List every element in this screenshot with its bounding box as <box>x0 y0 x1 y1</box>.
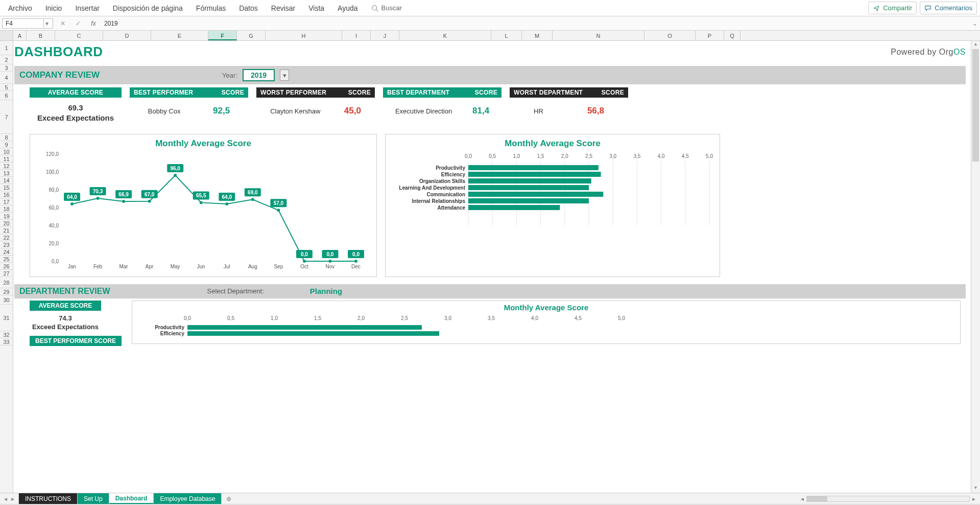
col-header-F[interactable]: F <box>208 31 237 40</box>
row-header-12[interactable]: 12 <box>0 163 13 170</box>
menu-archivo[interactable]: Archivo <box>3 1 37 15</box>
selected-dept[interactable]: Planning <box>310 287 342 295</box>
row-header-16[interactable]: 16 <box>0 191 13 198</box>
tab-instructions[interactable]: INSTRUCTIONS <box>19 493 78 504</box>
row-header-15[interactable]: 15 <box>0 184 13 191</box>
hscroll-thumb[interactable] <box>807 496 827 501</box>
add-sheet-button[interactable]: ⊕ <box>222 493 236 504</box>
menu-revisar[interactable]: Revisar <box>266 1 300 15</box>
horizontal-scrollbar[interactable]: ◂ ▸ <box>796 493 980 504</box>
svg-text:Productivity: Productivity <box>155 325 184 330</box>
chart-title: Monthly Average Score <box>392 139 713 149</box>
menu-insertar[interactable]: Insertar <box>70 1 104 15</box>
menu-disposicion[interactable]: Disposición de página <box>108 1 188 15</box>
row-header-17[interactable]: 17 <box>0 198 13 205</box>
tab-set-up[interactable]: Set Up <box>78 493 109 504</box>
formula-input[interactable]: 2019 <box>101 19 970 28</box>
best-performer-score: 92,5 <box>213 106 230 116</box>
fx-icon[interactable]: fx <box>86 20 101 27</box>
menu-vista[interactable]: Vista <box>303 1 329 15</box>
tab-dashboard[interactable]: Dashboard <box>109 493 154 504</box>
row-header-11[interactable]: 11 <box>0 155 13 163</box>
col-header-B[interactable]: B <box>27 31 55 40</box>
menu-datos[interactable]: Datos <box>234 1 263 15</box>
col-header-O[interactable]: O <box>644 31 696 40</box>
col-header-H[interactable]: H <box>266 31 342 40</box>
row-header-8[interactable]: 8 <box>0 134 13 141</box>
row-header-10[interactable]: 10 <box>0 148 13 155</box>
col-header-L[interactable]: L <box>491 31 522 40</box>
search-box[interactable]: Buscar <box>366 4 402 12</box>
row-header-31[interactable]: 31 <box>0 305 13 331</box>
row-header-25[interactable]: 25 <box>0 256 13 263</box>
row-header-32[interactable]: 32 <box>0 331 13 338</box>
col-header-P[interactable]: P <box>696 31 724 40</box>
col-header-Q[interactable]: Q <box>724 31 740 40</box>
svg-text:Attendance: Attendance <box>438 205 466 211</box>
sheet-canvas[interactable]: DASHBOARD Powered by OrgOS COMPANY REVIE… <box>13 41 971 493</box>
svg-text:57,0: 57,0 <box>274 200 284 206</box>
col-header-M[interactable]: M <box>522 31 553 40</box>
scroll-down-icon[interactable]: ▾ <box>971 485 980 493</box>
row-header-26[interactable]: 26 <box>0 263 13 270</box>
cancel-icon[interactable]: ✕ <box>55 20 70 27</box>
svg-text:67,0: 67,0 <box>145 191 155 197</box>
dept-review-title: DEPARTMENT REVIEW <box>19 287 110 296</box>
svg-rect-87 <box>468 192 603 197</box>
row-header-22[interactable]: 22 <box>0 234 13 241</box>
svg-text:2,0: 2,0 <box>357 315 365 321</box>
col-header-K[interactable]: K <box>399 31 491 40</box>
scroll-right-icon[interactable]: ▸ <box>970 495 978 502</box>
select-all-corner[interactable] <box>0 31 13 40</box>
share-button[interactable]: Compartir <box>868 2 917 14</box>
row-header-1[interactable]: 1 <box>0 41 13 55</box>
row-header-28[interactable]: 28 <box>0 277 13 288</box>
row-header-27[interactable]: 27 <box>0 270 13 277</box>
row-header-33[interactable]: 33 <box>0 338 13 346</box>
menu-ayuda[interactable]: Ayuda <box>332 1 363 15</box>
col-header-A[interactable]: A <box>13 31 27 40</box>
row-header-24[interactable]: 24 <box>0 248 13 256</box>
year-value[interactable]: 2019 <box>243 69 275 81</box>
row-header-18[interactable]: 18 <box>0 205 13 213</box>
name-box[interactable]: F4 ▾ <box>2 18 53 29</box>
col-header-J[interactable]: J <box>371 31 399 40</box>
comments-button[interactable]: Comentarios <box>920 2 977 14</box>
row-header-20[interactable]: 20 <box>0 220 13 227</box>
best-performer-card: BEST PERFORMERSCORE Bobby Cox 92,5 <box>130 87 248 129</box>
row-header-5[interactable]: 5 <box>0 84 13 91</box>
row-header-29[interactable]: 29 <box>0 288 13 295</box>
row-header-30[interactable]: 30 <box>0 295 13 305</box>
row-header-14[interactable]: 14 <box>0 177 13 184</box>
row-header-19[interactable]: 19 <box>0 213 13 220</box>
row-header-9[interactable]: 9 <box>0 141 13 148</box>
row-header-3[interactable]: 3 <box>0 64 13 72</box>
row-header-6[interactable]: 6 <box>0 91 13 100</box>
chevron-down-icon[interactable]: ▾ <box>43 18 50 29</box>
col-header-C[interactable]: C <box>55 31 103 40</box>
row-header-23[interactable]: 23 <box>0 241 13 248</box>
expand-formula-icon[interactable]: ⌄ <box>970 20 980 27</box>
row-header-13[interactable]: 13 <box>0 170 13 177</box>
col-header-E[interactable]: E <box>151 31 208 40</box>
col-header-G[interactable]: G <box>237 31 266 40</box>
scrollbar-thumb[interactable] <box>972 49 979 162</box>
svg-text:Efficiency: Efficiency <box>160 331 185 336</box>
vertical-scrollbar[interactable]: ▴ ▾ <box>971 41 980 493</box>
col-header-D[interactable]: D <box>103 31 151 40</box>
row-header-21[interactable]: 21 <box>0 227 13 234</box>
col-header-N[interactable]: N <box>553 31 644 40</box>
menu-formulas[interactable]: Fórmulas <box>191 1 231 15</box>
scroll-left-icon[interactable]: ◂ <box>798 495 806 502</box>
tab-nav[interactable]: ◂▸ <box>0 493 19 504</box>
row-header-7[interactable]: 7 <box>0 100 13 134</box>
row-header-2[interactable]: 2 <box>0 55 13 64</box>
year-dropdown-icon[interactable]: ▾ <box>280 70 289 81</box>
row-header-4[interactable]: 4 <box>0 72 13 84</box>
tab-employee-database[interactable]: Employee Database <box>154 493 222 504</box>
col-header-I[interactable]: I <box>342 31 371 40</box>
menu-inicio[interactable]: Inicio <box>40 1 67 15</box>
scroll-up-icon[interactable]: ▴ <box>971 41 980 49</box>
confirm-icon[interactable]: ✓ <box>70 20 86 27</box>
svg-text:Dec: Dec <box>351 264 361 269</box>
